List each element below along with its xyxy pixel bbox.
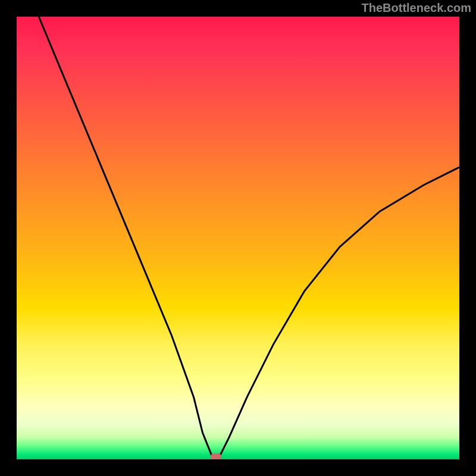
chart-container: TheBottleneck.com [0,0,476,476]
curve-svg [17,17,459,459]
watermark-text: TheBottleneck.com [362,1,471,15]
optimal-point-marker [211,453,221,459]
plot-area [17,17,459,459]
bottleneck-curve [39,17,459,459]
